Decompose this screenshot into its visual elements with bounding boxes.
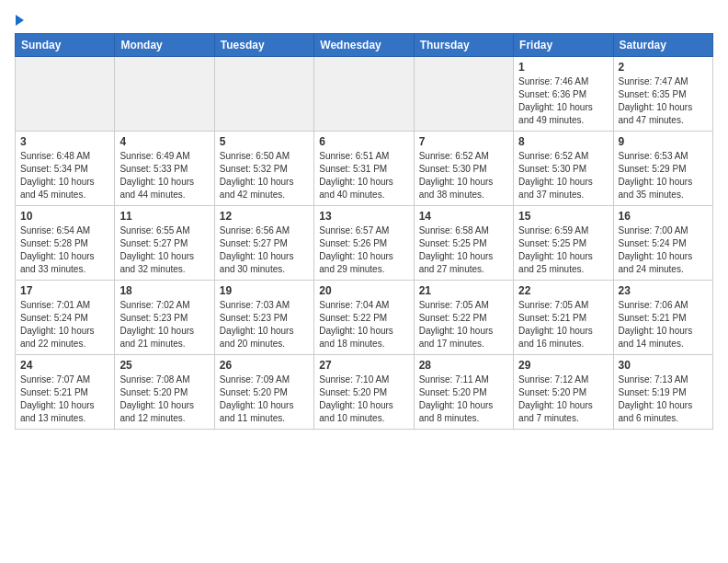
- day-number: 1: [518, 61, 608, 74]
- day-number: 18: [119, 284, 209, 297]
- calendar-cell: 15Sunrise: 6:59 AM Sunset: 5:25 PM Dayli…: [514, 206, 613, 281]
- calendar-cell: 1Sunrise: 7:46 AM Sunset: 6:36 PM Daylig…: [514, 57, 613, 132]
- page-header: [15, 15, 713, 26]
- calendar-week-row: 1Sunrise: 7:46 AM Sunset: 6:36 PM Daylig…: [16, 57, 713, 132]
- day-info: Sunrise: 6:56 AM Sunset: 5:27 PM Dayligh…: [220, 224, 309, 276]
- calendar-cell: 14Sunrise: 6:58 AM Sunset: 5:25 PM Dayli…: [414, 206, 513, 281]
- calendar-week-row: 17Sunrise: 7:01 AM Sunset: 5:24 PM Dayli…: [16, 281, 713, 355]
- logo-triangle-icon: [16, 15, 24, 26]
- calendar-cell: 26Sunrise: 7:09 AM Sunset: 5:20 PM Dayli…: [214, 355, 313, 430]
- calendar-cell: 7Sunrise: 6:52 AM Sunset: 5:30 PM Daylig…: [414, 132, 513, 206]
- calendar-cell: 11Sunrise: 6:55 AM Sunset: 5:27 PM Dayli…: [115, 206, 214, 281]
- col-header-saturday: Saturday: [613, 34, 712, 57]
- day-number: 27: [319, 359, 408, 372]
- calendar-cell: 27Sunrise: 7:10 AM Sunset: 5:20 PM Dayli…: [314, 355, 414, 430]
- day-info: Sunrise: 7:08 AM Sunset: 5:20 PM Dayligh…: [119, 373, 209, 425]
- calendar-header-row: SundayMondayTuesdayWednesdayThursdayFrid…: [16, 34, 713, 57]
- day-info: Sunrise: 6:59 AM Sunset: 5:25 PM Dayligh…: [518, 224, 608, 276]
- calendar-cell: 16Sunrise: 7:00 AM Sunset: 5:24 PM Dayli…: [613, 206, 712, 281]
- day-info: Sunrise: 6:58 AM Sunset: 5:25 PM Dayligh…: [419, 224, 508, 276]
- calendar-cell: 2Sunrise: 7:47 AM Sunset: 6:35 PM Daylig…: [613, 57, 712, 132]
- calendar-cell: 21Sunrise: 7:05 AM Sunset: 5:22 PM Dayli…: [414, 281, 513, 355]
- calendar-cell: 13Sunrise: 6:57 AM Sunset: 5:26 PM Dayli…: [314, 206, 414, 281]
- day-number: 23: [619, 284, 708, 297]
- calendar-cell: [115, 57, 214, 132]
- calendar-table: SundayMondayTuesdayWednesdayThursdayFrid…: [15, 33, 713, 430]
- day-number: 21: [419, 284, 508, 297]
- day-number: 6: [319, 135, 408, 148]
- calendar-cell: 23Sunrise: 7:06 AM Sunset: 5:21 PM Dayli…: [613, 281, 712, 355]
- day-info: Sunrise: 6:48 AM Sunset: 5:34 PM Dayligh…: [20, 150, 109, 201]
- calendar-week-row: 24Sunrise: 7:07 AM Sunset: 5:21 PM Dayli…: [16, 355, 713, 430]
- day-number: 12: [220, 210, 309, 223]
- day-info: Sunrise: 6:49 AM Sunset: 5:33 PM Dayligh…: [119, 150, 209, 201]
- day-number: 8: [518, 135, 608, 148]
- calendar-week-row: 3Sunrise: 6:48 AM Sunset: 5:34 PM Daylig…: [16, 132, 713, 206]
- day-number: 10: [20, 210, 109, 223]
- day-info: Sunrise: 6:51 AM Sunset: 5:31 PM Dayligh…: [319, 150, 408, 201]
- calendar-cell: 5Sunrise: 6:50 AM Sunset: 5:32 PM Daylig…: [214, 132, 313, 206]
- day-info: Sunrise: 6:53 AM Sunset: 5:29 PM Dayligh…: [619, 150, 708, 201]
- day-number: 16: [619, 210, 708, 223]
- day-info: Sunrise: 7:13 AM Sunset: 5:19 PM Dayligh…: [619, 373, 708, 425]
- day-info: Sunrise: 7:05 AM Sunset: 5:21 PM Dayligh…: [518, 299, 608, 350]
- day-number: 7: [419, 135, 508, 148]
- calendar-cell: 9Sunrise: 6:53 AM Sunset: 5:29 PM Daylig…: [613, 132, 712, 206]
- calendar-week-row: 10Sunrise: 6:54 AM Sunset: 5:28 PM Dayli…: [16, 206, 713, 281]
- day-number: 29: [518, 359, 608, 372]
- day-info: Sunrise: 6:52 AM Sunset: 5:30 PM Dayligh…: [419, 150, 508, 201]
- logo: [15, 15, 24, 26]
- day-number: 5: [220, 135, 309, 148]
- col-header-monday: Monday: [115, 34, 214, 57]
- day-info: Sunrise: 7:04 AM Sunset: 5:22 PM Dayligh…: [319, 299, 408, 350]
- day-number: 13: [319, 210, 408, 223]
- day-info: Sunrise: 6:52 AM Sunset: 5:30 PM Dayligh…: [518, 150, 608, 201]
- day-number: 14: [419, 210, 508, 223]
- day-info: Sunrise: 7:07 AM Sunset: 5:21 PM Dayligh…: [20, 373, 109, 425]
- day-info: Sunrise: 7:11 AM Sunset: 5:20 PM Dayligh…: [419, 373, 508, 425]
- day-info: Sunrise: 7:10 AM Sunset: 5:20 PM Dayligh…: [319, 373, 408, 425]
- day-number: 26: [220, 359, 309, 372]
- day-number: 4: [119, 135, 209, 148]
- calendar-cell: 30Sunrise: 7:13 AM Sunset: 5:19 PM Dayli…: [613, 355, 712, 430]
- day-number: 17: [20, 284, 109, 297]
- calendar-cell: [16, 57, 115, 132]
- col-header-sunday: Sunday: [16, 34, 115, 57]
- day-info: Sunrise: 7:12 AM Sunset: 5:20 PM Dayligh…: [518, 373, 608, 425]
- day-info: Sunrise: 7:01 AM Sunset: 5:24 PM Dayligh…: [20, 299, 109, 350]
- col-header-wednesday: Wednesday: [314, 34, 414, 57]
- calendar-cell: 8Sunrise: 6:52 AM Sunset: 5:30 PM Daylig…: [514, 132, 613, 206]
- day-number: 11: [119, 210, 209, 223]
- day-number: 9: [619, 135, 708, 148]
- calendar-cell: [414, 57, 513, 132]
- day-info: Sunrise: 6:50 AM Sunset: 5:32 PM Dayligh…: [220, 150, 309, 201]
- day-number: 22: [518, 284, 608, 297]
- day-info: Sunrise: 7:05 AM Sunset: 5:22 PM Dayligh…: [419, 299, 508, 350]
- day-info: Sunrise: 6:57 AM Sunset: 5:26 PM Dayligh…: [319, 224, 408, 276]
- day-info: Sunrise: 7:00 AM Sunset: 5:24 PM Dayligh…: [619, 224, 708, 276]
- calendar-cell: 18Sunrise: 7:02 AM Sunset: 5:23 PM Dayli…: [115, 281, 214, 355]
- calendar-cell: 28Sunrise: 7:11 AM Sunset: 5:20 PM Dayli…: [414, 355, 513, 430]
- calendar-cell: 19Sunrise: 7:03 AM Sunset: 5:23 PM Dayli…: [214, 281, 313, 355]
- day-info: Sunrise: 7:06 AM Sunset: 5:21 PM Dayligh…: [619, 299, 708, 350]
- day-info: Sunrise: 7:46 AM Sunset: 6:36 PM Dayligh…: [518, 75, 608, 127]
- day-number: 25: [119, 359, 209, 372]
- calendar-cell: [214, 57, 313, 132]
- day-info: Sunrise: 7:47 AM Sunset: 6:35 PM Dayligh…: [619, 75, 708, 127]
- day-info: Sunrise: 7:02 AM Sunset: 5:23 PM Dayligh…: [119, 299, 209, 350]
- col-header-thursday: Thursday: [414, 34, 513, 57]
- calendar-cell: 20Sunrise: 7:04 AM Sunset: 5:22 PM Dayli…: [314, 281, 414, 355]
- calendar-cell: 29Sunrise: 7:12 AM Sunset: 5:20 PM Dayli…: [514, 355, 613, 430]
- calendar-cell: 10Sunrise: 6:54 AM Sunset: 5:28 PM Dayli…: [16, 206, 115, 281]
- day-number: 3: [20, 135, 109, 148]
- col-header-friday: Friday: [514, 34, 613, 57]
- calendar-cell: 3Sunrise: 6:48 AM Sunset: 5:34 PM Daylig…: [16, 132, 115, 206]
- day-info: Sunrise: 7:03 AM Sunset: 5:23 PM Dayligh…: [220, 299, 309, 350]
- day-number: 2: [619, 61, 708, 74]
- day-number: 30: [619, 359, 708, 372]
- calendar-cell: [314, 57, 414, 132]
- day-info: Sunrise: 6:55 AM Sunset: 5:27 PM Dayligh…: [119, 224, 209, 276]
- day-info: Sunrise: 7:09 AM Sunset: 5:20 PM Dayligh…: [220, 373, 309, 425]
- day-info: Sunrise: 6:54 AM Sunset: 5:28 PM Dayligh…: [20, 224, 109, 276]
- day-number: 28: [419, 359, 508, 372]
